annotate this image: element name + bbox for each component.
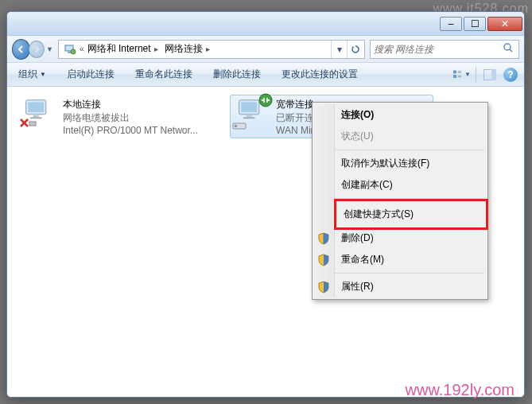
svg-rect-19 — [29, 122, 36, 126]
maximize-button[interactable]: ☐ — [464, 17, 486, 31]
close-button[interactable]: ✕ — [487, 17, 522, 31]
connection-icon — [18, 96, 56, 130]
svg-rect-25 — [235, 125, 237, 127]
forward-button[interactable] — [29, 41, 45, 58]
connection-device: Intel(R) PRO/1000 MT Networ... — [63, 125, 219, 136]
search-input[interactable] — [374, 44, 503, 55]
disconnected-badge-icon — [258, 93, 273, 107]
navbar: ▼ « 网络和 Internet▸ 网络连接▸ ▾ — [7, 36, 524, 63]
search-icon — [503, 42, 515, 56]
chevron-right-icon: ▸ — [206, 45, 210, 53]
network-icon — [64, 43, 76, 56]
ctx-properties[interactable]: 属性(R) — [336, 276, 486, 297]
ctx-label: 删除(D) — [341, 232, 374, 243]
svg-rect-5 — [453, 70, 456, 73]
cable-unplugged-icon — [18, 117, 37, 130]
change-settings-button[interactable]: 更改此连接的设置 — [277, 66, 363, 83]
view-icon — [453, 69, 464, 80]
svg-rect-1 — [68, 52, 71, 53]
svg-rect-7 — [457, 72, 461, 72]
ctx-rename[interactable]: 重命名(M) — [336, 249, 486, 270]
separator — [476, 67, 476, 83]
connection-status: 网络电缆被拔出 — [63, 111, 219, 125]
close-glyph: ✕ — [501, 18, 509, 29]
rename-connection-button[interactable]: 重命名此连接 — [130, 66, 197, 83]
modem-icon — [231, 117, 247, 131]
svg-rect-21 — [241, 103, 257, 113]
delete-connection-button[interactable]: 删除此连接 — [208, 66, 266, 83]
ctx-delete[interactable]: 删除(D) — [336, 227, 486, 249]
ctx-label: 属性(R) — [341, 281, 374, 292]
svg-point-3 — [504, 44, 511, 50]
svg-point-2 — [71, 49, 76, 54]
svg-rect-8 — [453, 75, 456, 78]
ctx-unset-default[interactable]: 取消作为默认连接(F) — [336, 153, 486, 174]
watermark-bottom: www.192ly.com — [406, 381, 515, 399]
svg-rect-12 — [491, 69, 496, 80]
separator — [335, 150, 484, 150]
refresh-icon — [351, 45, 360, 54]
ctx-connect[interactable]: 连接(O) — [336, 104, 486, 126]
nav-buttons: ▼ — [12, 38, 53, 60]
toolbar-label: 组织 — [18, 68, 37, 81]
breadcrumb-label: 网络和 Internet — [87, 42, 151, 56]
chevron-down-icon: ▼ — [40, 71, 46, 78]
refresh-button[interactable] — [347, 41, 363, 58]
arrow-right-icon — [33, 45, 41, 53]
context-menu-icon-column — [314, 104, 335, 297]
nav-history-dropdown[interactable]: ▼ — [46, 45, 53, 53]
shield-icon — [317, 281, 330, 293]
ctx-label: 重命名(M) — [341, 254, 384, 265]
svg-rect-14 — [28, 103, 44, 113]
connection-item-local[interactable]: 本地连接 网络电缆被拔出 Intel(R) PRO/1000 MT Networ… — [17, 95, 220, 138]
titlebar: – ☐ ✕ — [7, 12, 524, 36]
svg-rect-10 — [457, 76, 461, 77]
connection-title: 本地连接 — [63, 98, 219, 111]
back-button[interactable] — [12, 39, 30, 60]
chevron-right-icon: ▸ — [154, 45, 158, 53]
preview-pane-button[interactable] — [481, 66, 499, 84]
ctx-status: 状态(U) — [336, 126, 486, 147]
svg-line-4 — [510, 49, 512, 52]
ctx-create-shortcut[interactable]: 创建快捷方式(S) — [334, 199, 488, 230]
view-button[interactable]: ▼ — [453, 66, 471, 84]
chevron-down-icon: ▼ — [464, 71, 471, 78]
minimize-glyph: – — [449, 18, 454, 29]
toolbar: 组织▼ 启动此连接 重命名此连接 删除此连接 更改此连接的设置 ▼ ? — [7, 63, 524, 87]
breadcrumb-seg-1[interactable]: 网络和 Internet▸ — [84, 42, 161, 56]
address-dropdown[interactable]: ▾ — [331, 41, 347, 58]
arrow-left-icon — [17, 45, 26, 54]
context-menu: 连接(O) 状态(U) 取消作为默认连接(F) 创建副本(C) 创建快捷方式(S… — [312, 102, 488, 300]
separator — [335, 273, 484, 274]
shield-icon — [317, 232, 330, 245]
shield-icon — [317, 254, 330, 266]
search-box[interactable] — [370, 40, 519, 59]
help-button[interactable]: ? — [503, 68, 518, 82]
preview-icon — [483, 69, 496, 80]
address-bar[interactable]: « 网络和 Internet▸ 网络连接▸ ▾ — [58, 40, 365, 59]
maximize-glyph: ☐ — [471, 18, 480, 29]
svg-rect-6 — [457, 71, 461, 72]
connection-icon — [231, 96, 270, 130]
organize-menu[interactable]: 组织▼ — [14, 66, 51, 83]
ctx-create-copy[interactable]: 创建副本(C) — [336, 174, 486, 196]
breadcrumb-label: 网络连接 — [165, 42, 203, 56]
minimize-button[interactable]: – — [440, 17, 462, 31]
svg-point-26 — [259, 94, 272, 107]
start-connection-button[interactable]: 启动此连接 — [62, 66, 119, 83]
breadcrumb-seg-2[interactable]: 网络连接▸ — [161, 42, 213, 56]
svg-rect-9 — [457, 75, 461, 76]
